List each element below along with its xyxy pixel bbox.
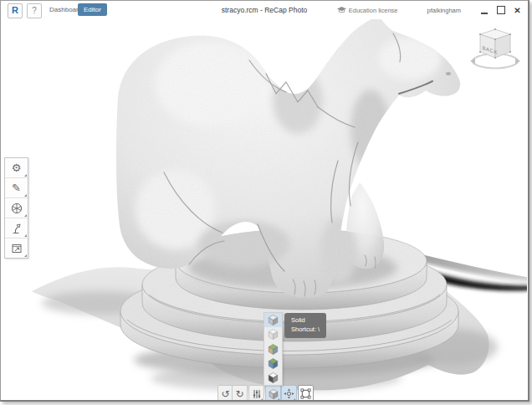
tooltip-shortcut: Shortcut: \ <box>291 326 320 335</box>
marquee-icon <box>300 388 311 399</box>
render-mode-textured[interactable] <box>264 341 282 356</box>
render-mode-tooltip: Solid Shortcut: \ <box>284 313 326 338</box>
mesh-tools-button[interactable] <box>5 198 28 218</box>
flyout-corner-triangle <box>24 254 27 257</box>
redo-button[interactable]: ↻ <box>232 385 248 402</box>
sliders-icon <box>252 389 262 399</box>
flyout-corner-triangle <box>293 398 295 401</box>
minimize-icon <box>481 13 488 14</box>
render-mode-solid[interactable] <box>264 313 282 327</box>
flyout-corner-triangle <box>260 398 263 401</box>
window-title: stracyo.rcm - ReCap Photo <box>222 6 308 14</box>
render-mode-textured-wireframe[interactable] <box>264 356 282 371</box>
flyout-corner-triangle <box>24 194 27 197</box>
maximize-button[interactable] <box>495 5 506 16</box>
title-bar: R ? Dashboard Editor stracyo.rcm - ReCap… <box>1 1 528 19</box>
help-button[interactable]: ? <box>27 3 42 18</box>
recap-logo[interactable]: R <box>8 3 23 18</box>
textured-cube-icon <box>267 343 279 356</box>
display-settings-button[interactable] <box>248 385 264 402</box>
render-mode-flyout <box>263 312 283 386</box>
redo-icon: ↻ <box>235 389 243 399</box>
export-window-icon <box>11 243 23 254</box>
orbit-button[interactable] <box>281 385 297 402</box>
monochrome-cube-icon <box>267 372 279 384</box>
pencil-icon: ✎ <box>12 182 21 193</box>
app-window: R ? Dashboard Editor stracyo.rcm - ReCap… <box>0 0 529 402</box>
close-button[interactable]: ✕ <box>512 5 523 16</box>
flyout-corner-triangle <box>24 214 27 217</box>
undo-icon: ↺ <box>221 389 229 399</box>
close-icon: ✕ <box>514 6 520 15</box>
gear-icon: ⚙ <box>12 162 22 173</box>
render-mode-button[interactable] <box>265 385 281 402</box>
solid-cube-icon <box>267 314 279 326</box>
flyout-corner-triangle <box>24 174 27 177</box>
maximize-icon <box>497 6 505 14</box>
selection-button[interactable] <box>298 385 314 402</box>
edit-tool-button[interactable]: ✎ <box>5 178 28 198</box>
lamp-icon <box>11 223 23 234</box>
xray-cube-icon <box>267 328 279 341</box>
flyout-corner-triangle <box>277 398 279 401</box>
flyout-corner-triangle <box>24 234 27 237</box>
analyze-tool-button[interactable] <box>5 218 28 238</box>
license-label: Education license <box>349 7 398 14</box>
left-toolbar: ⚙ ✎ <box>4 157 28 259</box>
textured-wireframe-cube-icon <box>267 357 279 370</box>
license-badge: Education license <box>337 7 398 14</box>
minimize-button[interactable] <box>478 5 489 16</box>
tab-editor[interactable]: Editor <box>78 3 107 16</box>
render-mode-monochrome[interactable] <box>264 371 282 385</box>
wheel-icon <box>11 202 23 214</box>
tooltip-title: Solid <box>291 316 320 326</box>
render-mode-xray[interactable] <box>264 327 282 341</box>
graduation-cap-icon <box>337 7 346 14</box>
viewcube[interactable]: BACK <box>469 24 521 76</box>
username-label: pfalkingham <box>427 7 461 14</box>
export-tool-button[interactable] <box>5 238 28 258</box>
settings-tool-button[interactable]: ⚙ <box>5 158 28 178</box>
